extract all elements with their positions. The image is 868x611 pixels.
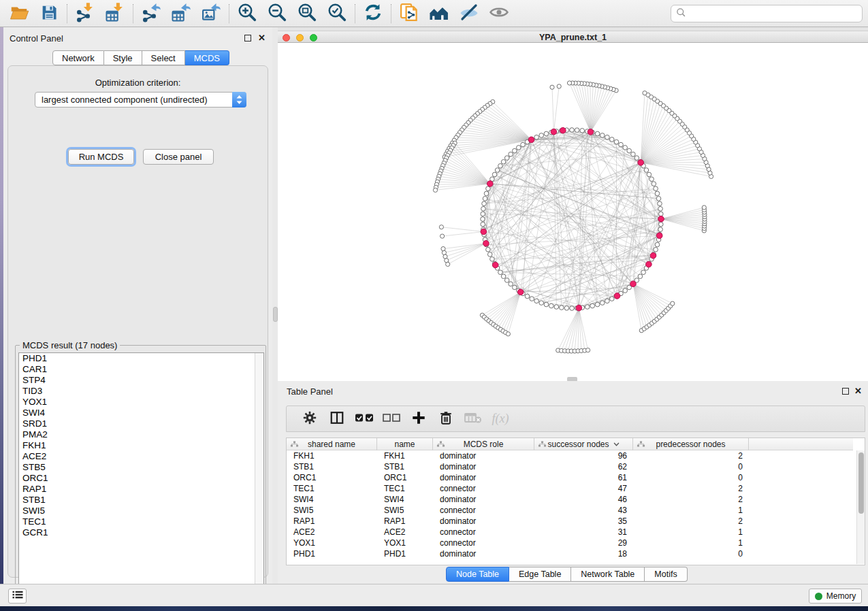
mcds-result-item[interactable]: SWI5 <box>19 506 263 516</box>
mcds-result-item[interactable]: YOX1 <box>19 397 263 408</box>
table-cell[interactable]: 96 <box>534 450 633 461</box>
table-cell[interactable]: 35 <box>534 516 633 527</box>
zoom-in-button[interactable] <box>232 1 262 26</box>
import-network-button[interactable] <box>70 1 100 26</box>
mcds-result-item[interactable]: STB5 <box>19 462 263 473</box>
table-cell[interactable]: RAP1 <box>287 516 377 527</box>
mcds-result-item[interactable]: GCR1 <box>19 527 263 538</box>
control-float-icon[interactable] <box>244 35 251 42</box>
table-cell[interactable]: 61 <box>534 472 633 483</box>
save-session-button[interactable] <box>34 1 64 26</box>
table-cell[interactable]: FKH1 <box>287 450 377 461</box>
mcds-result-item[interactable]: STB1 <box>19 495 263 506</box>
fx-button[interactable]: f(x) <box>487 408 514 431</box>
column-header-name[interactable]: name <box>377 438 433 450</box>
refresh-layout-button[interactable] <box>358 1 388 26</box>
table-cell[interactable]: TEC1 <box>287 483 377 494</box>
tab-select[interactable]: Select <box>142 50 185 65</box>
table-cell[interactable]: SWI5 <box>287 505 377 516</box>
tab-motifs[interactable]: Motifs <box>645 567 687 582</box>
mcds-result-item[interactable]: SRD1 <box>19 418 263 429</box>
table-cell[interactable]: 46 <box>534 494 633 505</box>
table-cell[interactable]: dominator <box>433 494 534 505</box>
tab-network[interactable]: Network <box>52 50 104 65</box>
table-cell[interactable]: connector <box>433 527 534 538</box>
table-close-icon[interactable]: ✕ <box>854 386 862 396</box>
table-row[interactable]: PHD1PHD1dominator180 <box>287 548 853 559</box>
table-cell[interactable]: dominator <box>433 516 534 527</box>
memory-button[interactable]: Memory <box>809 589 862 604</box>
table-cell[interactable]: 0 <box>633 461 749 472</box>
vertical-splitter-handle[interactable] <box>273 307 278 322</box>
table-cell[interactable]: dominator <box>433 472 534 483</box>
gear-button[interactable] <box>296 408 323 431</box>
table-row[interactable]: STB1STB1dominator620 <box>287 461 853 472</box>
table-cell[interactable]: STB1 <box>377 461 433 472</box>
table-cell[interactable]: 2 <box>633 483 749 494</box>
mcds-result-item[interactable]: TEC1 <box>19 516 263 527</box>
column-header-successor-nodes[interactable]: successor nodes <box>534 438 633 450</box>
mcds-result-item[interactable]: ACE2 <box>19 451 263 462</box>
table-cell[interactable]: 2 <box>633 494 749 505</box>
table-cell[interactable]: 2 <box>633 516 749 527</box>
show-all-button[interactable] <box>484 1 514 26</box>
tab-edge-table[interactable]: Edge Table <box>509 567 571 582</box>
vertical-splitter[interactable] <box>272 27 278 584</box>
deselect-all-button[interactable] <box>378 408 405 431</box>
run-mcds-button[interactable]: Run MCDS <box>68 149 134 165</box>
table-float-icon[interactable] <box>842 388 849 395</box>
mcds-list-scrollbar[interactable] <box>255 353 263 595</box>
mcds-result-item[interactable]: FKH1 <box>19 440 263 451</box>
table-cell[interactable]: dominator <box>433 461 534 472</box>
close-panel-button[interactable]: Close panel <box>143 149 214 165</box>
first-neighbors-button[interactable] <box>424 1 454 26</box>
table-cell[interactable]: connector <box>433 483 534 494</box>
table-cell[interactable]: 1 <box>633 538 749 548</box>
table-cell[interactable]: RAP1 <box>377 516 433 527</box>
open-file-button[interactable] <box>4 1 34 26</box>
table-cell[interactable]: connector <box>433 538 534 548</box>
table-cell[interactable]: 0 <box>633 472 749 483</box>
tab-node-table[interactable]: Node Table <box>446 567 509 582</box>
status-list-button[interactable] <box>8 589 27 604</box>
export-image-button[interactable] <box>196 1 226 26</box>
add-column-button[interactable] <box>405 408 432 431</box>
table-cell[interactable]: dominator <box>433 548 534 559</box>
table-cell[interactable]: 18 <box>534 548 633 559</box>
control-close-icon[interactable]: ✕ <box>258 33 266 43</box>
import-table-button[interactable] <box>100 1 130 26</box>
table-cell[interactable]: 62 <box>534 461 633 472</box>
mcds-result-item[interactable]: PMA2 <box>19 429 263 440</box>
duplicate-network-button[interactable] <box>394 1 424 26</box>
table-row[interactable]: SWI4SWI4dominator462 <box>287 494 853 505</box>
tab-style[interactable]: Style <box>104 50 142 65</box>
mcds-result-item[interactable]: STP4 <box>19 375 263 386</box>
zoom-selected-button[interactable] <box>322 1 352 26</box>
table-row[interactable]: RAP1RAP1dominator352 <box>287 516 853 527</box>
mcds-result-item[interactable]: SWI4 <box>19 408 263 418</box>
network-canvas[interactable] <box>278 43 868 381</box>
mcds-result-item[interactable]: CAR1 <box>19 364 263 375</box>
table-scrollbar[interactable] <box>856 450 865 564</box>
table-cell[interactable]: PHD1 <box>287 548 377 559</box>
delete-table-button[interactable] <box>460 408 487 431</box>
table-cell[interactable]: SWI4 <box>287 494 377 505</box>
table-row[interactable]: TEC1TEC1connector472 <box>287 483 853 494</box>
table-cell[interactable]: 1 <box>633 505 749 516</box>
hide-selected-button[interactable] <box>454 1 484 26</box>
table-row[interactable]: FKH1FKH1dominator962 <box>287 450 853 461</box>
export-network-button[interactable] <box>136 1 166 26</box>
table-row[interactable]: ORC1ORC1dominator610 <box>287 472 853 483</box>
table-cell[interactable]: SWI5 <box>377 505 433 516</box>
table-cell[interactable]: TEC1 <box>377 483 433 494</box>
table-cell[interactable]: PHD1 <box>377 548 433 559</box>
mcds-result-item[interactable]: PHD1 <box>19 353 263 364</box>
table-row[interactable]: SWI5SWI5connector431 <box>287 505 853 516</box>
table-cell[interactable]: YOX1 <box>287 538 377 548</box>
table-cell[interactable]: 2 <box>633 450 749 461</box>
table-cell[interactable]: ORC1 <box>377 472 433 483</box>
delete-column-button[interactable] <box>432 408 460 431</box>
table-cell[interactable]: connector <box>433 505 534 516</box>
table-cell[interactable]: ACE2 <box>377 527 433 538</box>
table-cell[interactable]: FKH1 <box>377 450 433 461</box>
